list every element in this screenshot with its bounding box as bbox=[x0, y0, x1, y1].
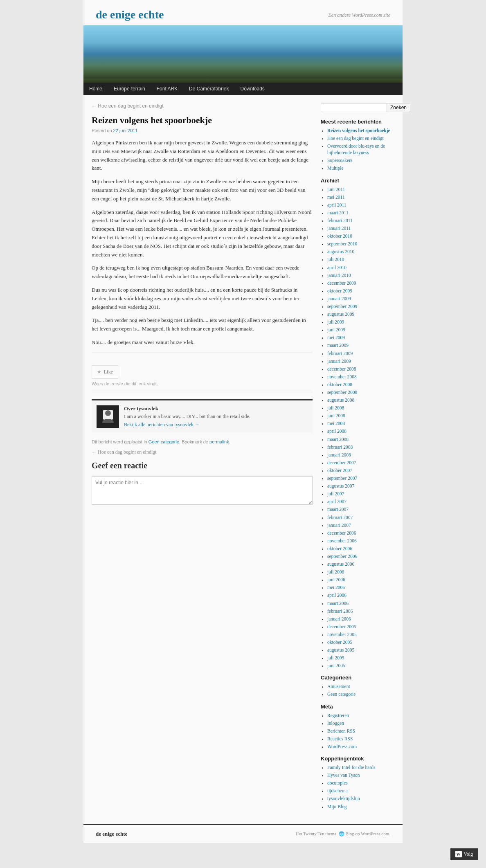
meta-link[interactable]: WordPress.com bbox=[327, 744, 357, 749]
archive-link[interactable]: februari 2007 bbox=[327, 515, 353, 520]
archive-link[interactable]: augustus 2007 bbox=[327, 483, 354, 488]
author-link[interactable]: Bekijk alle berichten van tysonvlek → bbox=[124, 422, 200, 427]
archive-link[interactable]: juli 2010 bbox=[327, 257, 344, 262]
archive-link[interactable]: augustus 2008 bbox=[327, 398, 354, 403]
archive-link[interactable]: februari 2008 bbox=[327, 445, 353, 450]
archive-link[interactable]: december 2005 bbox=[327, 624, 356, 629]
archive-link[interactable]: juni 2005 bbox=[327, 663, 345, 668]
post-paragraph: Afgelopen Pinksteren ben ik naar mijn br… bbox=[92, 139, 313, 173]
meta-link[interactable]: Registreren bbox=[327, 713, 349, 718]
archive-link[interactable]: januari 2011 bbox=[327, 226, 351, 231]
archive-link[interactable]: oktober 2005 bbox=[327, 640, 352, 645]
post-permalink[interactable]: permalink bbox=[209, 439, 229, 444]
archive-link[interactable]: juni 2009 bbox=[327, 327, 345, 332]
archive-link[interactable]: september 2009 bbox=[327, 304, 357, 309]
archive-link[interactable]: februari 2006 bbox=[327, 609, 353, 614]
archive-link[interactable]: februari 2009 bbox=[327, 351, 353, 356]
archive-link[interactable]: april 2007 bbox=[327, 499, 346, 504]
archive-link[interactable]: maart 2009 bbox=[327, 343, 349, 348]
nav-link[interactable]: Downloads bbox=[234, 83, 270, 95]
archive-link[interactable]: augustus 2009 bbox=[327, 312, 354, 317]
recent-post-link[interactable]: Overvoerd door blu-rays en de bijbehoren… bbox=[327, 144, 385, 155]
post-date-link[interactable]: 22 juni 2011 bbox=[113, 128, 138, 133]
archive-link[interactable]: oktober 2006 bbox=[327, 546, 352, 551]
search-input[interactable] bbox=[321, 103, 387, 112]
archive-link[interactable]: april 2008 bbox=[327, 429, 346, 434]
post-category-link[interactable]: Geen categorie bbox=[148, 439, 179, 444]
archive-link[interactable]: juli 2005 bbox=[327, 655, 344, 660]
archive-link[interactable]: mei 2008 bbox=[327, 421, 345, 426]
category-link[interactable]: Geen categorie bbox=[327, 692, 356, 697]
nav-link[interactable]: Font ARK bbox=[151, 83, 183, 95]
archive-link[interactable]: oktober 2009 bbox=[327, 288, 352, 293]
archive-link[interactable]: mei 2009 bbox=[327, 335, 345, 340]
archive-link[interactable]: september 2008 bbox=[327, 390, 357, 395]
archive-link[interactable]: januari 2008 bbox=[327, 452, 351, 457]
archive-link[interactable]: juni 2008 bbox=[327, 413, 345, 418]
archive-link[interactable]: maart 2008 bbox=[327, 437, 349, 442]
archive-link[interactable]: maart 2006 bbox=[327, 601, 349, 606]
meta-link[interactable]: Berichten RSS bbox=[327, 729, 355, 733]
archive-link[interactable]: oktober 2008 bbox=[327, 382, 352, 387]
archive-link[interactable]: december 2006 bbox=[327, 531, 356, 535]
search-button[interactable]: Zoeken bbox=[387, 103, 410, 112]
list-item: september 2008 bbox=[327, 389, 394, 396]
archive-link[interactable]: januari 2009 bbox=[327, 359, 351, 364]
nav-link[interactable]: Home bbox=[83, 83, 108, 95]
footer-blog-link[interactable]: Blog op WordPress.com. bbox=[345, 831, 390, 836]
archive-link[interactable]: september 2010 bbox=[327, 241, 357, 246]
archive-link[interactable]: december 2007 bbox=[327, 460, 356, 465]
archive-link[interactable]: juli 2009 bbox=[327, 319, 344, 324]
breadcrumb-link[interactable]: ← Hoe een dag begint en eindigt bbox=[92, 103, 163, 109]
archive-link[interactable]: januari 2007 bbox=[327, 523, 351, 528]
archive-link[interactable]: november 2008 bbox=[327, 374, 357, 379]
archive-link[interactable]: januari 2010 bbox=[327, 273, 351, 278]
archive-link[interactable]: juni 2006 bbox=[327, 577, 345, 582]
external-link[interactable]: Mijn Blog bbox=[327, 804, 347, 809]
archive-link[interactable]: juli 2008 bbox=[327, 405, 344, 410]
archive-link[interactable]: november 2006 bbox=[327, 538, 357, 543]
external-link[interactable]: docutopics bbox=[327, 780, 348, 785]
archive-link[interactable]: maart 2011 bbox=[327, 210, 349, 215]
archive-link[interactable]: februari 2011 bbox=[327, 218, 353, 223]
meta-link[interactable]: Reacties RSS bbox=[327, 736, 353, 741]
archive-link[interactable]: augustus 2006 bbox=[327, 562, 354, 567]
external-link[interactable]: tijdschema bbox=[327, 788, 348, 793]
archive-link[interactable]: december 2009 bbox=[327, 281, 356, 286]
archive-link[interactable]: april 2006 bbox=[327, 593, 346, 598]
archive-link[interactable]: maart 2007 bbox=[327, 507, 349, 512]
archive-link[interactable]: april 2011 bbox=[327, 202, 346, 207]
archive-link[interactable]: mei 2006 bbox=[327, 585, 345, 590]
archive-link[interactable]: juni 2011 bbox=[327, 187, 345, 192]
archive-link[interactable]: juli 2007 bbox=[327, 491, 344, 496]
archive-link[interactable]: december 2008 bbox=[327, 367, 356, 371]
category-link[interactable]: Amusement bbox=[327, 684, 350, 689]
like-box[interactable]: ★ Like bbox=[92, 365, 118, 379]
archive-link[interactable]: augustus 2010 bbox=[327, 249, 354, 254]
recent-post-link[interactable]: Hoe een dag begint en eindigt bbox=[327, 136, 384, 141]
like-label: Like bbox=[104, 369, 113, 375]
nav-link[interactable]: Europe-terrain bbox=[108, 83, 151, 95]
meta-link[interactable]: Inloggen bbox=[327, 721, 344, 726]
archive-link[interactable]: augustus 2005 bbox=[327, 648, 354, 652]
external-link[interactable]: Family Intel for die hards bbox=[327, 765, 376, 770]
archive-link[interactable]: januari 2009 bbox=[327, 296, 351, 301]
external-link[interactable]: tysonvlektijdslijn bbox=[327, 796, 360, 801]
archive-link[interactable]: september 2007 bbox=[327, 476, 357, 481]
archive-link[interactable]: juli 2006 bbox=[327, 569, 344, 574]
archive-link[interactable]: mei 2011 bbox=[327, 195, 345, 200]
site-title-link[interactable]: de enige echte bbox=[96, 8, 164, 21]
recent-post-link[interactable]: Supersoakers bbox=[327, 158, 352, 163]
archive-link[interactable]: oktober 2010 bbox=[327, 234, 352, 238]
archive-link[interactable]: september 2006 bbox=[327, 554, 357, 559]
archive-link[interactable]: oktober 2007 bbox=[327, 468, 352, 473]
archive-link[interactable]: november 2005 bbox=[327, 632, 357, 637]
recent-post-link[interactable]: Multiple bbox=[327, 166, 344, 171]
archive-link[interactable]: januari 2006 bbox=[327, 616, 351, 621]
external-link[interactable]: Hyves van Tyson bbox=[327, 773, 360, 778]
archive-link[interactable]: april 2010 bbox=[327, 265, 346, 270]
comment-textarea[interactable] bbox=[92, 476, 313, 505]
nav-below-link[interactable]: ← Hoe een dag begint en eindigt bbox=[92, 449, 157, 455]
recent-post-link[interactable]: Reizen volgens het spoorboekje bbox=[327, 128, 390, 133]
nav-link[interactable]: De Camerafabriek bbox=[183, 83, 234, 95]
